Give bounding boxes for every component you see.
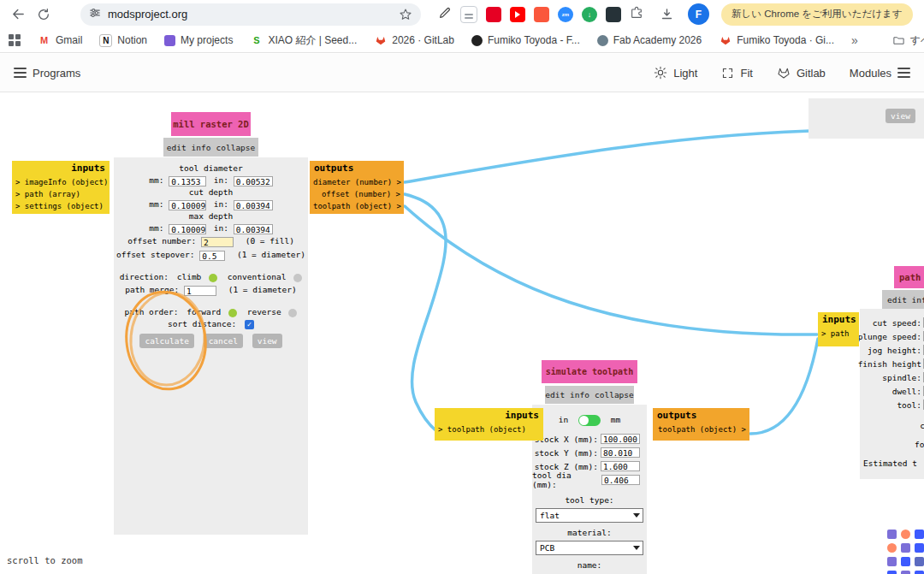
edit-link[interactable]: edit inf <box>887 295 924 305</box>
calculate-button[interactable]: calculate <box>139 334 193 348</box>
all-bookmarks-button[interactable]: すべてのブックマーク <box>892 33 924 48</box>
apps-grid-icon[interactable] <box>9 34 21 46</box>
back-button[interactable] <box>7 3 29 26</box>
extension-zoom-icon[interactable]: zm <box>558 7 573 22</box>
simulate-inputs-node: inputs > toolpath (object) <box>435 408 543 441</box>
view-button[interactable]: view <box>886 109 915 123</box>
deco-square <box>915 571 924 574</box>
stock-x-input[interactable]: 100.000 <box>601 434 640 444</box>
light-label: Light <box>673 67 697 80</box>
max-depth-heading: max depth <box>114 210 308 222</box>
input-port[interactable]: > settings (object) <box>12 200 110 212</box>
material-select[interactable]: PCB <box>536 541 643 555</box>
output-port[interactable]: toolpath (object) > <box>310 200 404 212</box>
max-depth-mm-input[interactable]: 0.10009 <box>169 224 206 234</box>
output-port[interactable]: diameter (number) > <box>310 176 404 188</box>
tool-dia-label: tool dia (mm): <box>532 470 599 489</box>
output-port[interactable]: offset (number) > <box>310 188 404 200</box>
input-port[interactable]: > toolpath (object) <box>435 423 543 435</box>
module-title[interactable]: simulate toolpath <box>542 360 637 383</box>
stock-y-row: stock Y (mm): 80.010 <box>532 446 647 459</box>
collapse-link[interactable]: collapse <box>595 390 634 399</box>
gitlab-link[interactable]: Gitlab <box>777 66 826 80</box>
info-link[interactable]: info <box>570 390 589 399</box>
view-button[interactable]: view <box>252 334 282 348</box>
input-port[interactable]: > path <box>818 328 859 340</box>
reverse-radio[interactable] <box>288 309 297 317</box>
output-port[interactable]: toolpath (object) > <box>653 423 749 435</box>
offset-stepover-hint: (1 = diameter) <box>237 250 305 259</box>
downloads-button[interactable] <box>655 3 678 26</box>
deco-square <box>887 557 897 566</box>
bookmark-item[interactable]: M Gmail <box>38 34 82 47</box>
units-mm-label: mm <box>611 415 620 424</box>
max-depth-in-input[interactable]: 0.00394 <box>234 224 273 234</box>
tool-dia-input[interactable]: 0.406 <box>601 475 640 485</box>
module-title[interactable]: mill raster 2D <box>171 112 251 136</box>
climb-radio[interactable] <box>209 274 217 282</box>
profile-avatar[interactable]: F <box>688 3 709 25</box>
module-editbar[interactable]: edit inf <box>882 290 924 309</box>
bookmark-item[interactable]: 2026 · GitLab <box>374 34 454 47</box>
collapse-link[interactable]: collapse <box>216 143 256 152</box>
site-info-icon[interactable] <box>89 7 101 22</box>
bookmark-item[interactable]: S XIAO 紹介 | Seed... <box>250 33 357 48</box>
info-link[interactable]: info <box>192 143 211 152</box>
reverse-label: reverse <box>247 307 281 317</box>
format-row: format: <box>860 437 924 451</box>
chrome-update-button[interactable]: 新しい Chrome をご利用いただけます <box>721 3 913 26</box>
bookmark-item[interactable]: Fumiko Toyoda - F... <box>471 34 580 46</box>
bookmark-item[interactable]: Fumiko Toyoda · Gi... <box>719 34 834 47</box>
offset-number-input[interactable]: 2 <box>201 237 234 247</box>
cut-depth-in-input[interactable]: 0.00394 <box>234 200 273 210</box>
bookmark-item[interactable]: Fab Academy 2026 <box>597 34 702 46</box>
units-toggle[interactable] <box>578 415 601 426</box>
deco-square <box>887 530 897 539</box>
extension-notes-icon[interactable] <box>460 6 477 23</box>
address-bar[interactable]: modsproject.org <box>80 3 421 26</box>
reload-button[interactable] <box>33 3 55 26</box>
fit-button[interactable]: Fit <box>721 67 752 80</box>
browser-menu-button[interactable] <box>916 3 924 26</box>
format-label: format: <box>915 440 924 449</box>
bookmark-label: Fab Academy 2026 <box>613 34 702 46</box>
input-port[interactable]: > path (array) <box>12 188 110 200</box>
mill-outputs-node: outputs diameter (number) > offset (numb… <box>310 161 404 214</box>
bookmarks-overflow-chevron[interactable]: » <box>851 33 858 47</box>
path-merge-input[interactable]: 1 <box>184 286 216 296</box>
input-port[interactable]: > imageInfo (object) <box>12 176 110 188</box>
stock-z-input[interactable]: 1.600 <box>601 461 640 471</box>
tool-type-select[interactable]: flat <box>536 508 643 523</box>
tool-diameter-mm-input[interactable]: 0.1353 <box>169 176 206 186</box>
cut-depth-mm-input[interactable]: 0.10009 <box>169 200 206 210</box>
theme-toggle[interactable]: Light <box>654 66 697 80</box>
extension-youtube-icon[interactable] <box>510 7 525 22</box>
extension-green-arrow-icon[interactable]: ↓ <box>582 7 597 22</box>
dwell-label: dwell: <box>892 387 921 396</box>
cut-speed-label: cut speed: <box>873 318 921 328</box>
bookmark-star-icon[interactable] <box>399 8 412 21</box>
edit-link[interactable]: edit <box>167 143 187 152</box>
programs-menu[interactable]: Programs <box>14 67 80 80</box>
module-title[interactable]: path t <box>894 266 924 288</box>
modules-menu[interactable]: Modules <box>850 67 910 80</box>
tool-diameter-in-input[interactable]: 0.00532 <box>234 176 273 186</box>
extension-dark-icon[interactable] <box>606 7 621 22</box>
offset-stepover-input[interactable]: 0.5 <box>199 251 225 261</box>
cancel-button[interactable]: cancel <box>204 334 243 348</box>
jog-height-row: jog height: <box>860 343 924 357</box>
bookmark-item[interactable]: My projects <box>164 34 233 46</box>
stock-y-input[interactable]: 80.010 <box>601 447 640 458</box>
deco-square <box>887 571 897 574</box>
extension-red-icon[interactable] <box>486 7 501 22</box>
extension-orange-icon[interactable] <box>534 7 549 22</box>
extensions-puzzle-icon[interactable] <box>630 6 643 23</box>
extension-pen-icon[interactable] <box>438 6 452 23</box>
deco-grid <box>887 530 924 574</box>
sort-distance-checkbox[interactable]: ✓ <box>245 320 254 329</box>
canvas[interactable]: mill raster 2D edit info collapse tool d… <box>0 92 924 574</box>
edit-link[interactable]: edit <box>545 390 565 399</box>
bookmark-item[interactable]: N Notion <box>99 34 147 47</box>
conventional-radio[interactable] <box>293 274 302 282</box>
forward-radio[interactable] <box>228 309 237 317</box>
